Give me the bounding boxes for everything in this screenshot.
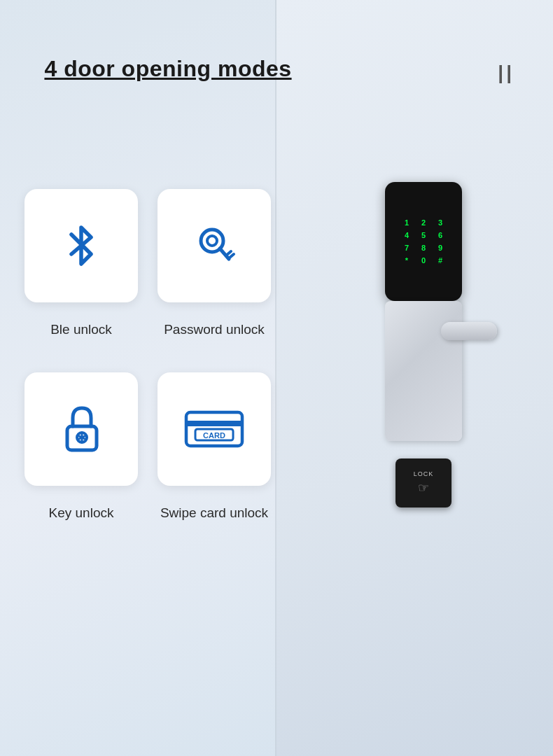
lock-label: LOCK (414, 470, 434, 477)
swipe-card-unlock-label: Swipe card unlock (158, 505, 271, 521)
keypad-row-1: 1 2 3 (402, 218, 445, 227)
mode-cards-area: Ble unlock Password unlock (24, 189, 271, 556)
mode-cards-row-1 (24, 189, 271, 302)
key-icon (56, 401, 106, 457)
key-1: 1 (402, 218, 412, 227)
door-handle-area (374, 301, 472, 441)
mode-labels-row-1: Ble unlock Password unlock (24, 322, 271, 337)
key-unlock-card[interactable] (24, 372, 138, 486)
svg-line-3 (226, 251, 231, 255)
swipe-card-icon: CARD (183, 405, 246, 453)
key-0: 0 (419, 256, 428, 265)
password-unlock-card[interactable] (158, 189, 271, 302)
key-2: 2 (419, 218, 428, 227)
keypad-panel: 1 2 3 4 5 6 7 8 9 * (385, 182, 462, 301)
key-9: 9 (435, 244, 445, 252)
key-7: 7 (402, 244, 412, 252)
svg-text:CARD: CARD (203, 431, 225, 440)
pause-icon: || (498, 62, 514, 84)
lock-keypad-body: 1 2 3 4 5 6 7 8 9 * (385, 182, 462, 301)
svg-line-4 (229, 254, 234, 258)
keypad-row-4: * 0 # (402, 256, 445, 265)
key-hash: # (435, 256, 445, 265)
password-unlock-label: Password unlock (158, 322, 271, 337)
lock-button-panel[interactable]: LOCK ☞ (396, 458, 451, 507)
key-8: 8 (419, 244, 428, 252)
key-5: 5 (419, 231, 428, 239)
key-6: 6 (435, 231, 445, 239)
svg-point-1 (207, 236, 217, 246)
door-handle-bar (441, 322, 497, 340)
swipe-card-card[interactable]: CARD (158, 372, 271, 486)
key-unlock-label: Key unlock (24, 505, 138, 521)
password-icon (187, 218, 241, 273)
key-star: * (402, 256, 412, 265)
bluetooth-icon (56, 220, 106, 271)
door-frame: 1 2 3 4 5 6 7 8 9 * (346, 140, 500, 630)
key-4: 4 (402, 231, 412, 239)
page-title: 4 door opening modes (0, 56, 336, 82)
key-3: 3 (435, 218, 445, 227)
ble-unlock-label: Ble unlock (24, 322, 138, 337)
ble-unlock-card[interactable] (24, 189, 138, 302)
fingerprint-icon: ☞ (418, 480, 429, 496)
keypad-row-3: 7 8 9 (402, 244, 445, 252)
mode-labels-row-2: Key unlock Swipe card unlock (24, 505, 271, 521)
keypad-row-2: 4 5 6 (402, 231, 445, 239)
mode-cards-row-2: CARD (24, 372, 271, 486)
door-lock-image: 1 2 3 4 5 6 7 8 9 * (315, 84, 532, 686)
door-handle-plate (385, 301, 462, 441)
